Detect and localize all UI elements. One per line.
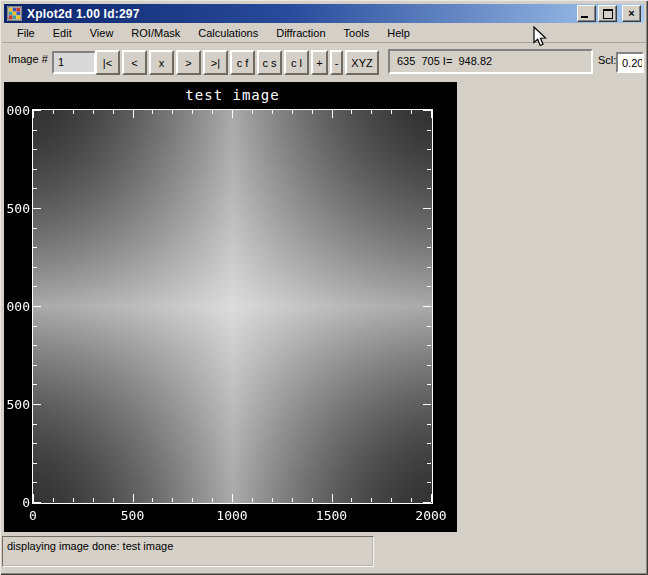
minimize-button[interactable] xyxy=(577,5,596,22)
image-number-label: Image # xyxy=(8,53,48,65)
app-icon xyxy=(7,6,22,21)
status-message: displaying image done: test image xyxy=(7,540,173,552)
window-title: Xplot2d 1.00 Id:297 xyxy=(27,7,577,21)
menu-item-view[interactable]: View xyxy=(81,25,123,41)
toolbar-button-stop[interactable]: x xyxy=(149,50,174,75)
toolbar-button-first-image[interactable]: |< xyxy=(95,50,120,75)
toolbar-button-zoom-in[interactable]: + xyxy=(311,50,328,75)
toolbar-button-zoom-out[interactable]: - xyxy=(330,50,343,75)
toolbar-button-cl[interactable]: c l xyxy=(284,50,309,75)
menu-item-diffraction[interactable]: Diffraction xyxy=(267,25,334,41)
close-icon: × xyxy=(628,8,634,19)
toolbar-button-previous-image[interactable]: < xyxy=(122,50,147,75)
y-tick-label: 000 xyxy=(4,103,30,118)
plot-panel: test image 0500100015002000 000500000500… xyxy=(4,82,457,532)
maximize-icon xyxy=(603,9,613,19)
menu-bar: FileEditViewROI/MaskCalculationsDiffract… xyxy=(2,23,646,43)
toolbar-button-cs[interactable]: c s xyxy=(257,50,282,75)
maximize-button[interactable] xyxy=(598,5,617,22)
x-tick-label: 1500 xyxy=(316,508,347,523)
x-tick-label: 500 xyxy=(121,508,144,523)
close-button[interactable]: × xyxy=(622,5,641,22)
menu-item-calculations[interactable]: Calculations xyxy=(189,25,267,41)
toolbar-button-cf[interactable]: c f xyxy=(230,50,255,75)
toolbar-button-next-image[interactable]: > xyxy=(176,50,201,75)
x-tick-label: 1000 xyxy=(216,508,247,523)
y-tick-label: 0 xyxy=(4,495,30,510)
status-bar: displaying image done: test image xyxy=(2,536,374,567)
title-bar[interactable]: Xplot2d 1.00 Id:297 × xyxy=(4,4,644,23)
minimize-icon xyxy=(581,16,588,18)
x-tick-label: 0 xyxy=(29,508,37,523)
menu-item-edit[interactable]: Edit xyxy=(44,25,81,41)
image-number-field[interactable]: 1 xyxy=(52,51,96,74)
y-tick-label: 500 xyxy=(4,201,30,216)
toolbar-button-group: |<<x>>|c fc sc l+-XYZ xyxy=(95,50,379,75)
scale-field[interactable]: 0.200 xyxy=(616,52,644,73)
plot-title: test image xyxy=(33,87,432,103)
menu-item-roi-mask[interactable]: ROI/Mask xyxy=(122,25,189,41)
toolbar: Image # 1 |<<x>>|c fc sc l+-XYZ 635 705 … xyxy=(0,44,648,80)
x-tick-label: 2000 xyxy=(415,508,446,523)
y-tick-label: 500 xyxy=(4,397,30,412)
toolbar-button-last-image[interactable]: >| xyxy=(203,50,228,75)
axis-frame xyxy=(32,109,433,504)
y-tick-label: 000 xyxy=(4,299,30,314)
menu-item-file[interactable]: File xyxy=(8,25,44,41)
menu-item-help[interactable]: Help xyxy=(378,25,419,41)
application-window: { "window": { "title": "Xplot2d 1.00 Id:… xyxy=(0,0,648,575)
toolbar-button-xyz[interactable]: XYZ xyxy=(345,50,379,75)
coordinate-intensity-readout: 635 705 I= 948.82 xyxy=(388,49,593,74)
scale-label: Scl: xyxy=(598,54,616,66)
menu-item-tools[interactable]: Tools xyxy=(335,25,379,41)
